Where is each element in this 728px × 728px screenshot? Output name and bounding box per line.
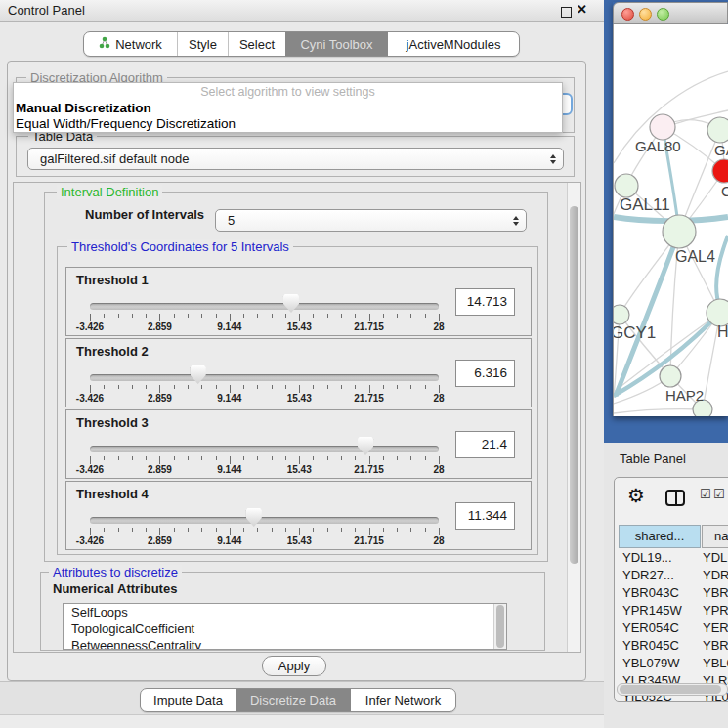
threshold-1-panel: Threshold 1 -3.426 2.859 9.144 15.43 21.… — [65, 267, 532, 336]
cell-name[interactable]: YDR2 — [703, 567, 728, 584]
float-window-icon[interactable] — [561, 7, 572, 18]
table-row[interactable]: YBR045C YBR0 — [615, 637, 728, 655]
tick-label: 9.144 — [217, 535, 241, 546]
threshold-4-value-field[interactable]: 11.344 — [455, 502, 515, 530]
node-h[interactable] — [707, 299, 728, 326]
columns-icon[interactable] — [665, 490, 685, 506]
threshold-1-label: Threshold 1 — [76, 273, 149, 287]
control-panel-titlebar — [0, 0, 604, 22]
tab-jactivemnodules[interactable]: jActiveMNodules — [388, 32, 519, 56]
table-data-combobox[interactable]: galFiltered.sif default node — [27, 148, 564, 170]
interval-definition-group-label: Interval Definition — [57, 185, 162, 199]
popup-item-equal-width-frequency[interactable]: Equal Width/Frequency Discretization — [16, 116, 236, 131]
cell-name[interactable]: YBL0 — [703, 655, 728, 672]
node-label-gal80: GAL80 — [635, 138, 681, 154]
table-horizontal-scrollbar-thumb[interactable] — [620, 685, 721, 694]
threshold-4-slider-thumb[interactable] — [246, 508, 262, 527]
apply-button[interactable]: Apply — [262, 656, 326, 676]
table-row[interactable]: YBR043C YBR0 — [615, 584, 728, 602]
cell-shared-name[interactable]: YDR27... — [622, 567, 674, 584]
tick-label: 15.43 — [287, 464, 312, 475]
table-row[interactable]: YPR145W YPR1 — [615, 602, 728, 620]
network-view-window: GAL80 GA C GAL11 GAL4 GCY1 H HAP2 — [613, 2, 728, 416]
table-row[interactable]: YER054C YER0 — [615, 620, 728, 637]
threshold-2-slider-thumb[interactable] — [191, 365, 206, 384]
threshold-1-slider-track[interactable] — [90, 303, 439, 310]
close-button[interactable] — [621, 8, 634, 21]
numerical-attributes-list: SelfLoops TopologicalCoefficient Between… — [63, 603, 507, 650]
popup-item-manual-discretization[interactable]: Manual Discretization — [16, 101, 151, 115]
settings-scrollbar-thumb[interactable] — [570, 206, 578, 564]
node-gcy1[interactable] — [614, 305, 629, 324]
threshold-4-slider-track[interactable] — [90, 517, 439, 524]
gear-icon[interactable]: ⚙ — [627, 484, 645, 507]
screen: Control Panel ✕ Network Style Select Cyn… — [0, 0, 728, 728]
column-header-shared-name[interactable]: shared... — [619, 525, 701, 548]
cell-shared-name[interactable]: YBL079W — [622, 655, 680, 672]
table-row[interactable]: YDR27... YDR2 — [615, 567, 728, 584]
node-table-container: ⚙ ☑ ☑ shared... na YDL19... YDL1 YDR27..… — [614, 477, 728, 702]
list-item[interactable]: TopologicalCoefficient — [64, 621, 506, 637]
network-window-titlebar[interactable] — [613, 2, 728, 24]
node-ga[interactable] — [707, 117, 728, 143]
cell-name[interactable]: YDL1 — [703, 549, 728, 567]
table-horizontal-scrollbar[interactable] — [617, 683, 728, 696]
cell-name[interactable]: YBR0 — [703, 637, 728, 655]
tab-cyni-toolbox-label: Cyni Toolbox — [300, 37, 372, 52]
tab-cyni-toolbox[interactable]: Cyni Toolbox — [285, 32, 388, 56]
column-header-name[interactable]: na — [702, 525, 728, 548]
minimize-button[interactable] — [639, 8, 652, 21]
cell-shared-name[interactable]: YBR045C — [622, 637, 679, 655]
cell-name[interactable]: YPR1 — [703, 602, 728, 620]
select-all-checkbox-icon[interactable]: ☑ — [700, 487, 711, 501]
cell-shared-name[interactable]: YBR043C — [622, 584, 679, 602]
table-row[interactable]: YBL079W YBL0 — [615, 655, 728, 672]
settings-scrollbar[interactable] — [567, 183, 580, 652]
list-scrollbar-thumb[interactable] — [496, 605, 504, 648]
close-icon[interactable]: ✕ — [577, 2, 587, 17]
number-of-intervals-label: Number of Intervals — [85, 207, 204, 222]
table-data-combobox-value: galFiltered.sif default node — [40, 151, 189, 166]
node-gal11[interactable] — [615, 174, 638, 197]
node-label-hap2: HAP2 — [665, 387, 704, 404]
node-gal80[interactable] — [650, 114, 675, 140]
select-none-checkbox-icon[interactable]: ☑ — [713, 487, 725, 501]
tab-network[interactable]: Network — [84, 32, 177, 56]
tab-infer-network[interactable]: Infer Network — [351, 689, 455, 711]
node-hap2[interactable] — [660, 365, 681, 387]
threshold-2-slider-track[interactable] — [90, 374, 439, 381]
network-canvas[interactable]: GAL80 GA C GAL11 GAL4 GCY1 H HAP2 — [613, 24, 728, 416]
control-panel-tabs: Network Style Select Cyni Toolbox jActiv… — [83, 31, 520, 57]
number-of-intervals-combobox[interactable]: 5 — [215, 209, 527, 232]
table-row[interactable]: YDL19... YDL1 — [615, 549, 728, 567]
slider-tick-labels: -3.426 2.859 9.144 15.43 21.715 28 — [90, 393, 439, 405]
cell-shared-name[interactable]: YER054C — [622, 620, 679, 637]
algorithm-dropdown-popup: Select algorithm to view settings Manual… — [13, 82, 563, 133]
zoom-button[interactable] — [657, 8, 669, 21]
cell-shared-name[interactable]: YDL19... — [622, 549, 672, 567]
tab-select[interactable]: Select — [228, 32, 285, 56]
threshold-4-label: Threshold 4 — [76, 487, 149, 501]
cell-name[interactable]: YER0 — [703, 620, 728, 637]
list-scrollbar[interactable] — [493, 604, 506, 649]
tab-impute-data[interactable]: Impute Data — [141, 689, 236, 711]
threshold-3-slider-thumb[interactable] — [358, 437, 373, 455]
tick-label: -3.426 — [76, 321, 104, 332]
threshold-1-value-field[interactable]: 14.713 — [455, 288, 515, 316]
cell-name[interactable]: YBR0 — [703, 584, 728, 602]
node-gal4[interactable] — [663, 215, 696, 248]
tab-style[interactable]: Style — [177, 32, 228, 56]
tick-label: 2.859 — [148, 393, 172, 404]
stepper-icon — [550, 154, 556, 164]
tick-label: 2.859 — [148, 464, 172, 475]
threshold-3-value-field[interactable]: 21.4 — [455, 431, 515, 458]
threshold-2-value-field[interactable]: 6.316 — [455, 360, 515, 387]
attributes-group: Attributes to discretize Numerical Attri… — [40, 572, 545, 651]
list-item[interactable]: BetweennessCentrality — [64, 637, 506, 650]
list-item[interactable]: SelfLoops — [64, 604, 506, 621]
threshold-1-slider-thumb[interactable] — [283, 294, 299, 313]
tick-label: 9.144 — [217, 321, 241, 332]
tab-discretize-data[interactable]: Discretize Data — [236, 689, 351, 711]
cell-shared-name[interactable]: YPR145W — [622, 602, 682, 620]
threshold-3-slider-track[interactable] — [90, 446, 439, 452]
